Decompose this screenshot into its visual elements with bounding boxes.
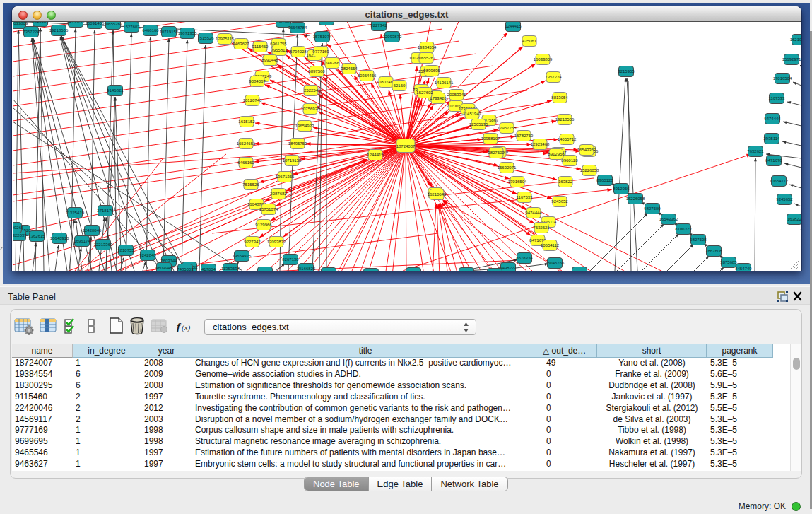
svg-text:746266: 746266 (325, 61, 340, 65)
svg-text:12505135: 12505135 (469, 122, 488, 127)
svg-text:19218506: 19218506 (555, 117, 575, 122)
svg-text:15692971: 15692971 (498, 165, 517, 170)
svg-text:1244415: 1244415 (505, 24, 522, 28)
svg-text:9474444: 9474444 (525, 211, 542, 215)
svg-text:9245652: 9245652 (776, 197, 793, 201)
svg-text:19671355: 19671355 (276, 175, 295, 179)
svg-text:6897568: 6897568 (308, 69, 325, 74)
svg-text:6466160: 6466160 (142, 28, 159, 33)
svg-text:18300265: 18300265 (13, 226, 24, 230)
svg-text:10654112: 10654112 (541, 243, 560, 247)
svg-text:8912956: 8912956 (613, 187, 630, 191)
svg-text:1362615: 1362615 (28, 234, 45, 238)
svg-text:9227342: 9227342 (370, 23, 387, 28)
svg-text:15751074: 15751074 (259, 207, 278, 211)
svg-text:9498222: 9498222 (500, 266, 517, 270)
svg-text:2935114: 2935114 (764, 136, 781, 141)
svg-text:9827500: 9827500 (644, 206, 661, 211)
svg-text:1244415: 1244415 (367, 153, 384, 157)
svg-text:18495759: 18495759 (288, 141, 307, 146)
svg-text:9609948: 9609948 (155, 266, 172, 270)
svg-text:16543362: 16543362 (577, 148, 596, 152)
svg-text:1527602: 1527602 (123, 25, 140, 29)
svg-text:9146821: 9146821 (107, 88, 124, 93)
svg-text:1527602: 1527602 (416, 90, 433, 95)
svg-text:11451947: 11451947 (463, 112, 482, 116)
svg-text:(x): (x) (182, 323, 191, 332)
svg-text:7955812: 7955812 (271, 48, 288, 52)
svg-text:2867608: 2867608 (705, 249, 722, 253)
svg-text:8471676: 8471676 (765, 158, 782, 163)
svg-text:3824554: 3824554 (341, 66, 358, 71)
svg-text:7632621: 7632621 (533, 226, 550, 230)
svg-text:2718176: 2718176 (97, 209, 114, 213)
svg-text:12093872: 12093872 (383, 35, 402, 39)
svg-text:3215955: 3215955 (618, 69, 635, 74)
svg-text:10654112: 10654112 (770, 179, 789, 183)
svg-text:17016504: 17016504 (773, 76, 792, 81)
svg-text:163822: 163822 (787, 217, 801, 221)
svg-text:252254: 252254 (304, 88, 319, 93)
svg-text:10719155: 10719155 (283, 158, 302, 163)
svg-text:16033809: 16033809 (534, 57, 553, 62)
svg-text:9899695: 9899695 (423, 69, 440, 73)
svg-text:16046766: 16046766 (546, 261, 565, 265)
svg-text:9777169: 9777169 (312, 49, 329, 54)
svg-text:17957255: 17957255 (498, 126, 517, 130)
svg-text:22420046: 22420046 (83, 228, 102, 233)
svg-text:1615152: 1615152 (238, 119, 255, 124)
svg-text:62160: 62160 (394, 83, 406, 88)
svg-text:6794028: 6794028 (290, 49, 307, 54)
svg-text:9827508: 9827508 (690, 238, 707, 242)
svg-text:12975115: 12975115 (216, 37, 235, 41)
svg-text:15751074: 15751074 (313, 35, 332, 39)
svg-text:16782759: 16782759 (514, 134, 534, 138)
svg-text:10655267: 10655267 (417, 56, 436, 60)
svg-text:20091406: 20091406 (86, 22, 105, 25)
svg-text:16640910: 16640910 (50, 236, 69, 240)
svg-text:16543362: 16543362 (659, 217, 678, 221)
svg-text:8678334: 8678334 (516, 256, 533, 260)
svg-text:163822: 163822 (558, 180, 573, 184)
svg-text:8267130: 8267130 (282, 257, 299, 262)
svg-text:15226058: 15226058 (580, 168, 599, 173)
svg-text:6466160: 6466160 (237, 160, 254, 165)
svg-text:19654925: 19654925 (233, 254, 252, 258)
svg-text:16210643: 16210643 (428, 192, 447, 197)
svg-text:9115460: 9115460 (252, 45, 269, 49)
svg-text:1167533: 1167533 (517, 195, 534, 199)
svg-text:19384554: 19384554 (418, 45, 437, 49)
svg-text:9242848: 9242848 (139, 253, 156, 257)
svg-text:9463627: 9463627 (233, 42, 249, 46)
svg-text:7515526: 7515526 (242, 182, 259, 187)
svg-text:9227342: 9227342 (244, 240, 261, 244)
svg-text:16210643: 16210643 (790, 37, 801, 42)
svg-text:9474444: 9474444 (764, 117, 781, 121)
svg-text:7625402: 7625402 (257, 270, 273, 271)
svg-text:7357224: 7357224 (23, 30, 40, 34)
svg-text:19654923: 19654923 (295, 124, 314, 128)
svg-text:7357224: 7357224 (545, 75, 562, 79)
svg-text:18724007: 18724007 (396, 144, 416, 148)
svg-text:1810755: 1810755 (117, 248, 134, 252)
svg-text:20364456: 20364456 (358, 74, 377, 78)
svg-text:1696174: 1696174 (73, 239, 90, 243)
svg-text:f: f (177, 321, 182, 332)
svg-text:9129966: 9129966 (255, 223, 272, 227)
svg-text:9084067: 9084067 (249, 79, 266, 83)
svg-text:8322037: 8322037 (13, 233, 27, 238)
svg-text:16524651: 16524651 (237, 141, 256, 146)
svg-text:8186323: 8186323 (675, 227, 692, 231)
svg-text:16033809: 16033809 (13, 22, 28, 25)
svg-text:10655267: 10655267 (104, 22, 123, 26)
svg-text:15692971: 15692971 (782, 57, 801, 62)
svg-text:11353594: 11353594 (221, 267, 240, 271)
svg-text:3875685: 3875685 (720, 260, 737, 264)
svg-text:8960128: 8960128 (596, 178, 613, 182)
svg-text:9245652: 9245652 (551, 199, 568, 204)
svg-text:2087682: 2087682 (275, 22, 292, 24)
svg-text:19218506: 19218506 (49, 28, 69, 33)
svg-text:8960128: 8960128 (561, 158, 578, 163)
svg-text:12093872: 12093872 (267, 240, 286, 244)
svg-text:11325419: 11325419 (66, 211, 85, 215)
